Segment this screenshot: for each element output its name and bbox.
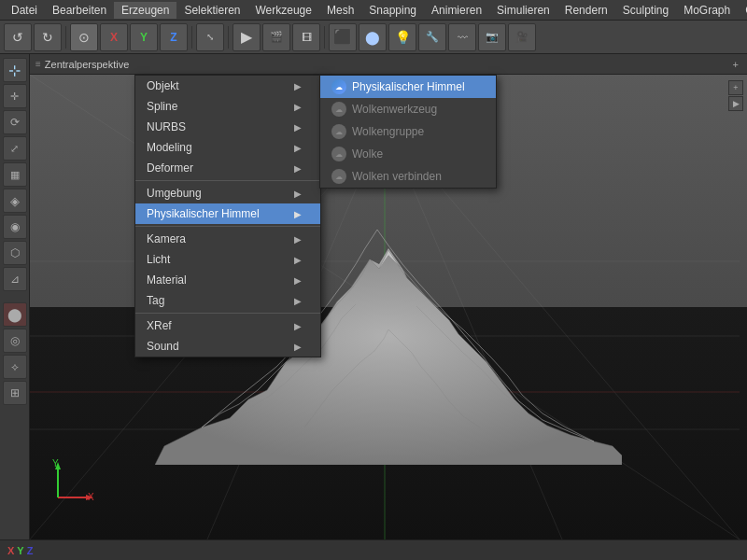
cloud-gray-icon-3: ☁ — [331, 147, 346, 161]
menu-snapping[interactable]: Snapping — [361, 2, 424, 19]
toolbar: ↺ ↻ ⊙ X Y Z ⤡ ▶ 🎬 🎞 ⬛ ⬤ 💡 🔧 〰 📷 🎥 — [0, 21, 747, 54]
scale-tool[interactable]: ⤢ — [3, 136, 27, 161]
axis-x-label: X — [7, 545, 14, 556]
deform-btn[interactable]: 🔧 — [418, 23, 446, 51]
menu-spline[interactable]: Spline ▶ — [135, 96, 320, 117]
nav-icon-1[interactable]: + — [728, 80, 743, 95]
play-btn[interactable]: ▶ — [233, 23, 261, 51]
submenu-wolken-verbinden[interactable]: ☁ Wolken verbinden — [320, 165, 496, 188]
axis-indicator: X Y Z — [7, 545, 33, 556]
viewport-menu-icon[interactable]: ≡ — [35, 59, 41, 69]
menu-material[interactable]: Material ▶ — [135, 270, 320, 290]
camera-btn[interactable]: 📷 — [478, 23, 506, 51]
menu-werkzeuge[interactable]: Werkzeuge — [247, 2, 318, 19]
tool7[interactable]: ◉ — [3, 215, 27, 239]
undo-button[interactable]: ↺ — [4, 23, 32, 51]
sep2 — [191, 26, 192, 49]
film2-btn[interactable]: 🎞 — [292, 23, 320, 51]
menu-erzeugen[interactable]: Erzeugen — [114, 2, 176, 19]
tool8[interactable]: ⬡ — [3, 241, 27, 265]
axis-indicator-area: X Y — [39, 455, 95, 511]
curve-btn[interactable]: 〰 — [448, 23, 476, 51]
submenu-wolkenwerkzeug[interactable]: ☁ Wolkenwerkzeug — [320, 98, 496, 120]
axis-y-label: Y — [17, 545, 23, 556]
cloud-gray-icon-1: ☁ — [331, 102, 346, 117]
menu-datei[interactable]: Datei — [4, 2, 45, 19]
sep-1 — [135, 180, 320, 181]
menu-sculpting[interactable]: Sculpting — [615, 2, 676, 19]
submenu-physik-himmel[interactable]: ☁ Physikalischer Himmel — [320, 76, 496, 98]
menu-charakt[interactable]: Charakt... — [738, 2, 747, 19]
axis-z-button[interactable]: Z — [160, 23, 188, 51]
menu-objekt[interactable]: Objekt ▶ — [135, 76, 320, 96]
menu-nurbs[interactable]: NURBS ▶ — [135, 117, 320, 137]
tool13[interactable]: ⊞ — [3, 381, 27, 405]
sep-2 — [135, 226, 320, 227]
sep-3 — [135, 313, 320, 314]
render-btn[interactable]: 🎥 — [508, 23, 536, 51]
menu-tag[interactable]: Tag ▶ — [135, 290, 320, 311]
vp-expand-btn[interactable]: + — [730, 58, 741, 71]
viewport-header: ≡ Zentralperspektive + — [30, 54, 747, 75]
statusbar: X Y Z — [0, 539, 747, 560]
tool12[interactable]: ⟡ — [3, 355, 27, 379]
menu-xref[interactable]: XRef ▶ — [135, 315, 320, 336]
submenu-wolke[interactable]: ☁ Wolke — [320, 143, 496, 165]
sphere-btn[interactable]: ⬤ — [359, 23, 387, 51]
menu-rendern[interactable]: Rendern — [557, 2, 615, 19]
menu-sound[interactable]: Sound ▶ — [135, 336, 320, 357]
axis-y-button[interactable]: Y — [130, 23, 158, 51]
select-tool[interactable]: ⊹ — [3, 58, 27, 82]
main-area: ⊹ ✛ ⟳ ⤢ ▦ ◈ ◉ ⬡ ⊿ ⬤ ◎ ⟡ ⊞ ≡ Zentralpersp… — [0, 54, 747, 539]
left-toolbar: ⊹ ✛ ⟳ ⤢ ▦ ◈ ◉ ⬡ ⊿ ⬤ ◎ ⟡ ⊞ — [0, 54, 30, 539]
viewport: ≡ Zentralperspektive + — [30, 54, 747, 539]
cloud-blue-icon: ☁ — [331, 79, 346, 94]
menu-mesh[interactable]: Mesh — [319, 2, 361, 19]
viewport-right-nav: + ▶ — [728, 80, 743, 111]
menu-kamera[interactable]: Kamera ▶ — [135, 229, 320, 249]
svg-text:Y: Y — [52, 458, 59, 469]
menu-umgebung[interactable]: Umgebung ▶ — [135, 183, 320, 203]
tool9[interactable]: ⊿ — [3, 267, 27, 291]
tool11[interactable]: ◎ — [3, 329, 27, 353]
coord-btn[interactable]: ⤡ — [196, 23, 224, 51]
menu-licht[interactable]: Licht ▶ — [135, 249, 320, 270]
menu-deformer[interactable]: Deformer ▶ — [135, 158, 320, 178]
cloud-gray-icon-2: ☁ — [331, 124, 346, 139]
film-btn[interactable]: 🎬 — [262, 23, 290, 51]
axis-z-label: Z — [27, 545, 34, 556]
tool10[interactable]: ⬤ — [3, 302, 27, 327]
viewport-label: Zentralperspektive — [45, 59, 130, 70]
menu-simulieren[interactable]: Simulieren — [489, 2, 557, 19]
viewport-nav: + — [730, 58, 741, 71]
rotate-tool[interactable]: ⟳ — [3, 110, 27, 134]
menu-bearbeiten[interactable]: Bearbeiten — [45, 2, 114, 19]
redo-button[interactable]: ↻ — [34, 23, 62, 51]
menu-physik-himmel[interactable]: Physikalischer Himmel ▶ — [135, 203, 320, 224]
axis-arrows: X Y — [39, 455, 95, 511]
physik-submenu: ☁ Physikalischer Himmel ☁ Wolkenwerkzeug… — [319, 75, 497, 189]
sep4 — [324, 26, 325, 49]
menu-animieren[interactable]: Animieren — [424, 2, 489, 19]
menubar: Datei Bearbeiten Erzeugen Selektieren We… — [0, 0, 747, 21]
menu-modeling[interactable]: Modeling ▶ — [135, 137, 320, 158]
submenu-wolkengruppe[interactable]: ☁ Wolkengruppe — [320, 120, 496, 143]
move-tool[interactable]: ✛ — [3, 84, 27, 108]
sep1 — [65, 26, 66, 49]
light-btn[interactable]: 💡 — [388, 23, 416, 51]
tool5[interactable]: ▦ — [3, 162, 27, 187]
sep3 — [228, 26, 229, 49]
cube-btn[interactable]: ⬛ — [329, 23, 357, 51]
tool6[interactable]: ◈ — [3, 189, 27, 213]
cloud-gray-icon-4: ☁ — [331, 169, 346, 184]
axis-x-button[interactable]: X — [100, 23, 128, 51]
menu-mograph[interactable]: MoGraph — [676, 2, 738, 19]
mode-button[interactable]: ⊙ — [70, 23, 98, 51]
menu-selektieren[interactable]: Selektieren — [176, 2, 247, 19]
svg-text:X: X — [88, 492, 94, 502]
erzeugen-menu: Objekt ▶ Spline ▶ NURBS ▶ Modeling ▶ Def… — [134, 75, 321, 357]
nav-icon-2[interactable]: ▶ — [728, 96, 743, 111]
